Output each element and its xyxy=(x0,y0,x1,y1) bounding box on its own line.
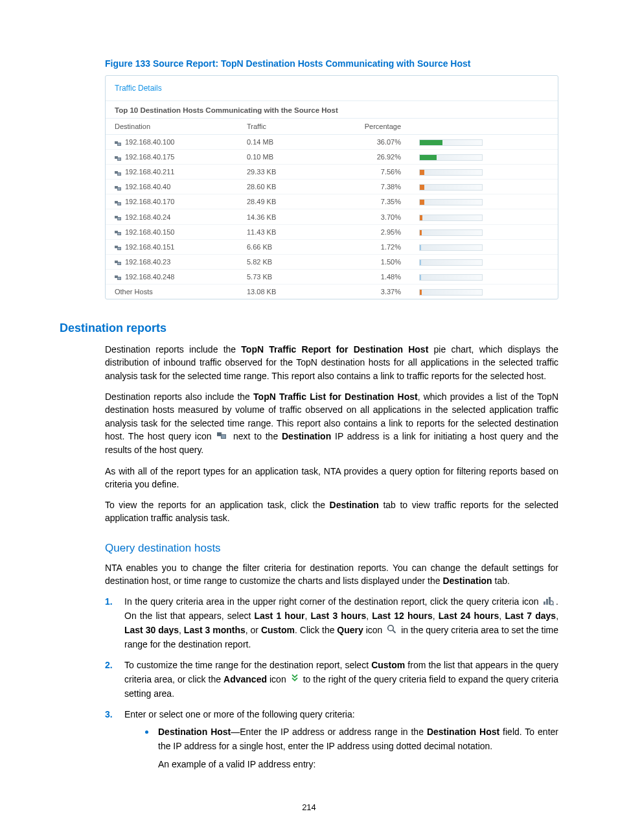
svg-line-37 xyxy=(553,604,554,605)
percentage-cell: 7.38% xyxy=(340,180,410,194)
host-icon[interactable] xyxy=(115,170,122,176)
traffic-panel: Traffic Details Top 10 Destination Hosts… xyxy=(105,75,558,299)
destination-cell: 192.168.40.24 xyxy=(125,213,170,221)
destination-cell: 192.168.40.211 xyxy=(125,168,174,176)
traffic-cell: 0.14 MB xyxy=(238,135,340,150)
host-icon[interactable] xyxy=(115,229,122,235)
col-destination: Destination xyxy=(106,119,238,135)
percentage-cell: 36.07% xyxy=(340,135,410,150)
host-icon[interactable] xyxy=(115,244,122,250)
percentage-cell: 7.35% xyxy=(340,194,410,209)
table-row: 192.168.40.1516.66 KB1.72% xyxy=(106,239,558,254)
chevron-double-down-icon xyxy=(291,673,299,687)
bar-cell xyxy=(410,224,558,239)
host-icon[interactable] xyxy=(115,259,122,265)
table-row: 192.168.40.4028.60 KB7.38% xyxy=(106,180,558,194)
traffic-cell: 28.49 KB xyxy=(238,194,340,209)
destination-cell: 192.168.40.248 xyxy=(125,273,174,281)
host-icon[interactable] xyxy=(115,200,122,205)
step-1: In the query criteria area in the upper … xyxy=(105,595,558,659)
percentage-cell: 1.72% xyxy=(340,239,410,254)
host-icon[interactable] xyxy=(115,155,122,161)
paragraph: As with all of the report types for an a… xyxy=(105,465,558,491)
table-row: 192.168.40.17028.49 KB7.35% xyxy=(106,194,558,209)
svg-line-39 xyxy=(393,630,395,633)
destination-cell: 192.168.40.23 xyxy=(125,258,170,266)
step-2: To customize the time range for the dest… xyxy=(105,659,558,708)
example-intro: An example of a valid IP address entry: xyxy=(158,758,558,772)
percentage-cell: 7.56% xyxy=(340,165,410,180)
col-percentage: Percentage xyxy=(340,119,410,135)
time-option: Last 7 days xyxy=(505,611,556,621)
query-criteria-icon xyxy=(544,596,554,610)
svg-rect-34 xyxy=(546,599,548,605)
host-icon[interactable] xyxy=(115,215,122,220)
traffic-cell: 29.33 KB xyxy=(238,165,340,180)
svg-rect-23 xyxy=(118,248,120,250)
svg-rect-17 xyxy=(118,218,120,220)
percentage-cell: 1.50% xyxy=(340,254,410,269)
host-icon[interactable] xyxy=(115,185,122,191)
percentage-cell: 1.48% xyxy=(340,269,410,284)
traffic-cell: 13.08 KB xyxy=(238,284,340,299)
destination-cell: 192.168.40.151 xyxy=(125,243,174,251)
table-row: Other Hosts13.08 KB3.37% xyxy=(106,284,558,299)
svg-rect-5 xyxy=(118,158,120,160)
host-icon[interactable] xyxy=(115,140,122,146)
svg-rect-30 xyxy=(217,432,222,436)
table-row: 192.168.40.1750.10 MB26.92% xyxy=(106,150,558,165)
paragraph: Destination reports include the TopN Tra… xyxy=(105,343,558,382)
percentage-cell: 26.92% xyxy=(340,150,410,165)
time-option: Last 24 hours xyxy=(439,611,499,621)
traffic-details-link[interactable]: Traffic Details xyxy=(115,84,162,93)
table-row: 192.168.40.2414.36 KB3.70% xyxy=(106,209,558,224)
time-option: Last 30 days xyxy=(124,625,179,635)
bar-cell xyxy=(410,239,558,254)
paragraph: To view the reports for an application t… xyxy=(105,498,558,525)
table-row: 192.168.40.1000.14 MB36.07% xyxy=(106,135,558,150)
destination-cell: Other Hosts xyxy=(115,288,153,296)
destination-cell: 192.168.40.40 xyxy=(125,183,170,191)
traffic-cell: 28.60 KB xyxy=(238,180,340,194)
host-icon[interactable] xyxy=(115,274,122,280)
time-option: Last 3 months xyxy=(184,625,246,635)
traffic-cell: 6.66 KB xyxy=(238,239,340,254)
svg-rect-32 xyxy=(222,435,225,438)
steps-list: In the query criteria area in the upper … xyxy=(105,595,558,783)
step-3: Enter or select one or more of the follo… xyxy=(105,708,558,784)
step-3-sub: Destination Host—Enter the IP address or… xyxy=(144,725,558,776)
svg-rect-20 xyxy=(118,233,120,235)
svg-rect-8 xyxy=(118,173,120,175)
time-option: Last 12 hours xyxy=(372,611,433,621)
percentage-cell: 2.95% xyxy=(340,224,410,239)
svg-rect-11 xyxy=(118,188,120,190)
heading-query-destination-hosts: Query destination hosts xyxy=(105,542,558,555)
bar-cell xyxy=(410,165,558,180)
page-number: 214 xyxy=(60,802,558,812)
svg-point-38 xyxy=(388,625,394,631)
bar-cell xyxy=(410,135,558,150)
traffic-cell: 5.73 KB xyxy=(238,269,340,284)
table-row: 192.168.40.21129.33 KB7.56% xyxy=(106,165,558,180)
svg-rect-26 xyxy=(118,262,120,264)
col-traffic: Traffic xyxy=(238,119,340,135)
paragraph: Destination reports also include the Top… xyxy=(105,390,558,457)
bar-cell xyxy=(410,150,558,165)
time-option: Last 1 hour xyxy=(254,611,304,621)
traffic-cell: 14.36 KB xyxy=(238,209,340,224)
magnify-icon xyxy=(387,624,396,638)
bar-cell xyxy=(410,194,558,209)
traffic-cell: 5.82 KB xyxy=(238,254,340,269)
table-row: 192.168.40.235.82 KB1.50% xyxy=(106,254,558,269)
traffic-cell: 11.43 KB xyxy=(238,224,340,239)
time-option: Custom xyxy=(261,625,295,635)
time-option: Last 3 hours xyxy=(310,611,366,621)
percentage-cell: 3.70% xyxy=(340,209,410,224)
col-bar xyxy=(410,119,558,135)
svg-rect-29 xyxy=(118,277,120,279)
destination-table: Destination Traffic Percentage 192.168.4… xyxy=(106,118,558,299)
bar-cell xyxy=(410,209,558,224)
svg-rect-2 xyxy=(118,143,120,145)
table-row: 192.168.40.15011.43 KB2.95% xyxy=(106,224,558,239)
figure-caption: Figure 133 Source Report: TopN Destinati… xyxy=(105,58,558,69)
